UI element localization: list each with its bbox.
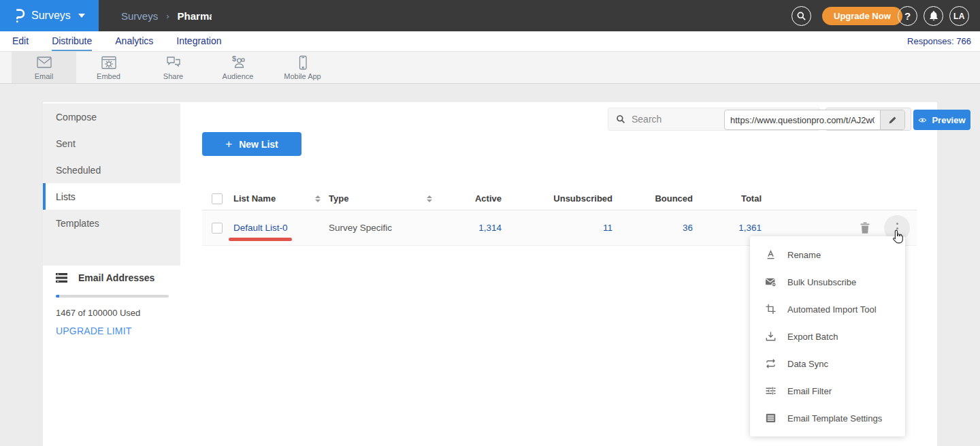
upgrade-now-button[interactable]: Upgrade Now (822, 7, 902, 25)
preview-button[interactable]: Preview (913, 110, 970, 130)
menu-item-export-batch[interactable]: Export Batch (750, 323, 905, 350)
breadcrumb-surveys[interactable]: Surveys (121, 10, 158, 22)
rename-icon (765, 249, 777, 260)
menu-item-automated-import-tool[interactable]: Automated Import Tool (750, 296, 905, 323)
email-filter-icon (765, 385, 777, 396)
survey-url-input[interactable] (725, 110, 880, 129)
breadcrumb-current-survey[interactable]: Pharma (178, 10, 212, 22)
breadcrumb: Surveys › Pharma (121, 0, 212, 31)
responses-count[interactable]: Responses: 766 (907, 31, 971, 51)
select-all-checkbox[interactable] (212, 193, 223, 204)
distribute-toolbar: Email Embed Share $ Audience (0, 52, 980, 84)
avatar-initials: LA (953, 12, 965, 21)
top-bar: Surveys Surveys › Pharma Upgrade Now ? L… (0, 0, 980, 31)
question-mark-icon: ? (904, 10, 911, 22)
list-type: Survey Specific (329, 223, 450, 233)
questionpro-logo-icon (14, 7, 25, 24)
sidebar-item-lists[interactable]: Lists (43, 183, 180, 210)
mobile-app-icon (294, 55, 312, 70)
total-count-link[interactable]: 1,361 (725, 223, 805, 233)
column-header-active: Active (450, 193, 526, 204)
menu-item-bulk-unsubscribe[interactable]: Bulk Unsubscribe (750, 268, 905, 296)
column-header-bounced: Bounced (643, 193, 725, 204)
search-button[interactable] (791, 6, 811, 26)
tab-integration[interactable]: Integration (176, 31, 221, 51)
sidebar-item-compose[interactable]: Compose (43, 103, 180, 130)
email-template-settings-icon (765, 413, 777, 424)
bell-icon (929, 11, 938, 21)
pencil-icon (888, 115, 898, 125)
active-count-link[interactable]: 1,314 (450, 223, 526, 233)
unsubscribed-count-link[interactable]: 11 (526, 223, 643, 233)
menu-item-data-sync[interactable]: Data Sync (750, 350, 905, 377)
bounced-count-link[interactable]: 36 (643, 223, 725, 233)
notifications-button[interactable] (924, 6, 943, 26)
delete-list-button[interactable] (860, 221, 870, 234)
help-button[interactable]: ? (898, 6, 917, 26)
email-icon (35, 55, 53, 70)
list-name-link[interactable]: Default List-0 (233, 223, 288, 233)
app-screen: Surveys Surveys › Pharma Upgrade Now ? L… (0, 0, 980, 446)
tool-email[interactable]: Email (12, 52, 76, 83)
product-name: Surveys (31, 10, 71, 22)
eye-icon (918, 116, 927, 124)
email-addresses-title: Email Addresses (78, 272, 154, 283)
tab-analytics[interactable]: Analytics (115, 31, 153, 51)
column-header-total: Total (725, 193, 805, 204)
column-header-list-name[interactable]: List Name (233, 193, 276, 204)
svg-text:$: $ (232, 55, 236, 63)
upgrade-limit-link[interactable]: UPGRADE LIMIT (56, 325, 176, 336)
plus-icon: + (225, 138, 232, 151)
tab-edit[interactable]: Edit (12, 31, 29, 51)
avatar[interactable]: LA (949, 6, 969, 26)
usage-progress-fill (56, 295, 59, 298)
sidebar-item-scheduled[interactable]: Scheduled (43, 157, 180, 183)
column-header-unsubscribed: Unsubscribed (526, 193, 643, 204)
kebab-icon (896, 223, 898, 225)
export-batch-icon (765, 331, 777, 342)
red-annotation-underline (229, 238, 292, 241)
tool-mobile-app[interactable]: Mobile App (270, 52, 335, 83)
sidebar-item-templates[interactable]: Templates (43, 210, 180, 236)
survey-url-field (724, 110, 905, 130)
address-list-icon (56, 272, 68, 283)
tool-embed[interactable]: Embed (76, 52, 141, 83)
column-header-type[interactable]: Type (329, 193, 348, 204)
tool-audience[interactable]: $ Audience (206, 52, 270, 83)
sidebar-filler (43, 236, 180, 266)
usage-text: 1467 of 100000 Used (56, 308, 176, 318)
chevron-down-icon (78, 14, 85, 18)
sort-icon[interactable] (427, 195, 432, 202)
search-icon (796, 11, 806, 21)
menu-item-rename[interactable]: Rename (750, 241, 905, 268)
search-icon (616, 114, 625, 124)
automated-import-icon (765, 304, 777, 315)
embed-icon (100, 55, 118, 70)
email-addresses-panel: Email Addresses 1467 of 100000 Used UPGR… (56, 272, 176, 336)
survey-tab-bar: Edit Distribute Analytics Integration Re… (0, 31, 980, 52)
menu-item-email-template-settings[interactable]: Email Template Settings (750, 404, 905, 432)
new-list-button[interactable]: + New List (202, 132, 301, 156)
usage-progress-bar (56, 295, 169, 298)
menu-item-email-filter[interactable]: Email Filter (750, 377, 905, 404)
share-icon (165, 55, 182, 70)
bulk-unsubscribe-icon (765, 276, 777, 287)
list-actions-context-menu: Rename Bulk Unsubscribe Automated Import… (750, 236, 905, 436)
sidebar-item-sent[interactable]: Sent (43, 130, 180, 157)
tool-share[interactable]: Share (141, 52, 206, 83)
tab-distribute[interactable]: Distribute (52, 31, 92, 51)
data-sync-icon (765, 358, 777, 369)
edit-url-button[interactable] (880, 110, 904, 129)
product-switcher[interactable]: Surveys (0, 0, 99, 31)
breadcrumb-separator: › (166, 11, 169, 21)
audience-icon: $ (229, 55, 247, 70)
sort-icon[interactable] (315, 195, 321, 202)
row-checkbox[interactable] (212, 223, 223, 234)
table-header-row: List Name Type Active Unsubscribed Bounc… (202, 187, 917, 210)
trash-icon (860, 221, 870, 234)
